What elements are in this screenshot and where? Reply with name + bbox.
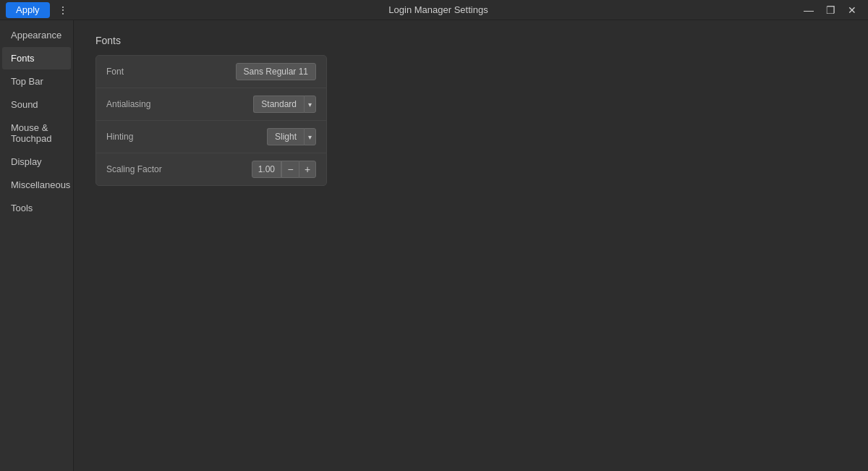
sidebar-item-sound[interactable]: Sound <box>2 93 71 116</box>
scaling-factor-stepper: 1.00 − + <box>252 161 316 178</box>
fonts-settings-panel: Font Sans Regular 11 Antialiasing Standa… <box>95 55 327 186</box>
main-layout: Appearance Fonts Top Bar Sound Mouse & T… <box>0 20 868 471</box>
font-value: Sans Regular 11 <box>236 63 316 80</box>
sidebar-item-miscellaneous[interactable]: Miscellaneous <box>2 174 71 196</box>
close-button[interactable]: ✕ <box>842 2 862 18</box>
font-setting-row: Font Sans Regular 11 <box>96 56 326 88</box>
sidebar-item-display[interactable]: Display <box>2 150 71 173</box>
hinting-value: Slight ▾ <box>267 128 316 145</box>
hinting-dropdown-value: Slight <box>267 128 304 145</box>
sidebar-item-mouse-touchpad[interactable]: Mouse & Touchpad <box>2 116 71 150</box>
antialiasing-dropdown-value: Standard <box>253 96 304 113</box>
scaling-factor-decrement-button[interactable]: − <box>281 161 299 178</box>
scaling-factor-value: 1.00 − + <box>252 161 316 178</box>
content-area: Fonts Font Sans Regular 11 Antialiasing … <box>74 20 868 471</box>
minimize-button[interactable]: — <box>799 2 819 18</box>
antialiasing-value: Standard ▾ <box>253 96 316 113</box>
antialiasing-setting-row: Antialiasing Standard ▾ <box>96 88 326 121</box>
scaling-factor-increment-button[interactable]: + <box>299 161 316 178</box>
scaling-factor-display: 1.00 <box>252 161 281 178</box>
more-button[interactable]: ⋮ <box>53 2 73 18</box>
sidebar-item-fonts[interactable]: Fonts <box>2 47 71 69</box>
hinting-setting-row: Hinting Slight ▾ <box>96 121 326 153</box>
window-title: Login Manager Settings <box>78 4 799 15</box>
window-controls: — ❐ ✕ <box>799 2 862 18</box>
font-select-button[interactable]: Sans Regular 11 <box>236 63 316 80</box>
hinting-label: Hinting <box>106 132 133 142</box>
sidebar-item-tools[interactable]: Tools <box>2 197 71 219</box>
scaling-factor-label: Scaling Factor <box>106 164 162 174</box>
title-bar: Apply ⋮ Login Manager Settings — ❐ ✕ <box>0 0 868 20</box>
apply-button[interactable]: Apply <box>6 2 50 18</box>
sidebar-item-top-bar[interactable]: Top Bar <box>2 70 71 93</box>
hinting-dropdown-arrow[interactable]: ▾ <box>304 128 316 145</box>
scaling-factor-setting-row: Scaling Factor 1.00 − + <box>96 153 326 185</box>
sidebar: Appearance Fonts Top Bar Sound Mouse & T… <box>0 20 74 471</box>
hinting-dropdown: Slight ▾ <box>267 128 316 145</box>
antialiasing-dropdown: Standard ▾ <box>253 96 316 113</box>
antialiasing-dropdown-arrow[interactable]: ▾ <box>304 96 316 113</box>
antialiasing-label: Antialiasing <box>106 99 150 109</box>
font-label: Font <box>106 67 124 77</box>
sidebar-item-appearance[interactable]: Appearance <box>2 24 71 46</box>
maximize-button[interactable]: ❐ <box>820 2 841 18</box>
section-title: Fonts <box>95 35 846 46</box>
